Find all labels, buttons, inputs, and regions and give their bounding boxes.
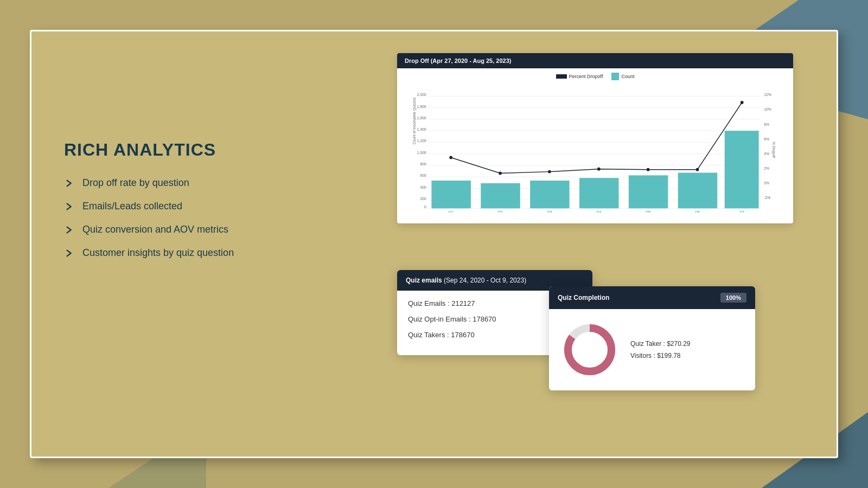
bar-q5 (629, 175, 668, 208)
line-dot-q3 (548, 170, 551, 174)
bar-q6 (678, 173, 718, 209)
svg-text:200: 200 (420, 197, 426, 201)
svg-text:% Dropoff: % Dropoff (771, 142, 776, 158)
svg-text:1,800: 1,800 (417, 105, 426, 108)
left-panel: RICH ANALYTICS Drop off rate by question… (64, 140, 314, 259)
svg-text:2%: 2% (764, 166, 769, 170)
svg-text:400: 400 (420, 185, 426, 189)
legend-count: Count (611, 73, 634, 80)
slide-card: RICH ANALYTICS Drop off rate by question… (30, 30, 838, 458)
dropoff-chart: Drop Off (Apr 27, 2020 - Aug 25, 2023) P… (397, 53, 793, 223)
svg-text:2,000: 2,000 (417, 93, 426, 97)
chevron-icon (64, 201, 75, 212)
chevron-icon (64, 248, 75, 259)
chart-header: Drop Off (Apr 27, 2020 - Aug 25, 2023) (397, 53, 793, 68)
quiz-emails-date: (Sep 24, 2020 - Oct 9, 2023) (442, 277, 526, 284)
legend-dark-swatch (556, 74, 567, 79)
svg-text:-2%: -2% (764, 196, 770, 200)
svg-text:Q1: Q1 (449, 210, 454, 213)
svg-text:0: 0 (424, 205, 426, 209)
svg-text:4%: 4% (764, 152, 769, 156)
chart-legend: Percent Dropoff Count (397, 68, 793, 82)
svg-text:1,000: 1,000 (417, 151, 426, 155)
svg-text:Q4: Q4 (596, 210, 601, 213)
svg-text:1,200: 1,200 (417, 139, 426, 143)
bullet-list: Drop off rate by question Emails/Leads c… (64, 177, 314, 259)
svg-text:Count of Incomplete Quizzes: Count of Incomplete Quizzes (412, 97, 417, 144)
bar-q2 (481, 183, 520, 208)
quiz-completion-header: Quiz Completion 100% (549, 286, 755, 309)
svg-text:Q7: Q7 (739, 210, 744, 213)
bullet-text-3: Quiz conversion and AOV metrics (82, 224, 228, 235)
chart-body: 2,000 1,800 1,600 1,400 1,200 1,000 800 … (397, 82, 793, 223)
svg-text:0%: 0% (764, 181, 769, 185)
svg-text:6%: 6% (764, 137, 769, 141)
svg-text:Q6: Q6 (695, 210, 700, 213)
donut-chart (560, 320, 620, 380)
quiz-completion-title: Quiz Completion (558, 294, 609, 301)
line-dot-q5 (647, 168, 650, 171)
svg-text:10%: 10% (764, 107, 771, 111)
completion-stat-1: Quiz Taker : $270.29 (630, 340, 691, 348)
bar-q7 (725, 131, 759, 208)
svg-text:8%: 8% (764, 123, 769, 126)
list-item: Emails/Leads collected (64, 201, 314, 212)
completion-stats: Quiz Taker : $270.29 Visitors : $199.78 (630, 340, 691, 359)
svg-text:1,400: 1,400 (417, 127, 426, 131)
legend-teal-swatch (611, 73, 619, 80)
svg-text:1,600: 1,600 (417, 116, 426, 120)
legend-dark-label: Percent Dropoff (569, 74, 603, 79)
bullet-text-1: Drop off rate by question (82, 177, 189, 189)
line-dot-q2 (499, 172, 502, 175)
svg-text:12%: 12% (764, 93, 771, 97)
line-dot-q4 (597, 168, 601, 171)
chart-svg: 2,000 1,800 1,600 1,400 1,200 1,000 800 … (406, 87, 784, 213)
svg-text:Q3: Q3 (547, 210, 552, 213)
chevron-icon (64, 178, 75, 189)
line-dot-q7 (741, 101, 744, 104)
analytics-title: RICH ANALYTICS (64, 140, 314, 160)
svg-text:Q2: Q2 (498, 210, 503, 213)
bar-q1 (431, 181, 471, 208)
bar-q3 (530, 181, 570, 208)
list-item: Customer insights by quiz question (64, 247, 314, 259)
legend-percent-dropoff: Percent Dropoff (556, 74, 603, 79)
bullet-text-2: Emails/Leads collected (82, 201, 182, 212)
line-dot-q1 (449, 156, 452, 159)
dropoff-line (451, 102, 742, 174)
quiz-emails-bold: Quiz emails (406, 277, 442, 284)
completion-badge: 100% (720, 293, 746, 303)
bullet-text-4: Customer insights by quiz question (82, 247, 234, 259)
completion-stat-2: Visitors : $199.78 (630, 352, 691, 359)
quiz-completion-body: Quiz Taker : $270.29 Visitors : $199.78 (549, 309, 755, 390)
svg-text:600: 600 (420, 174, 426, 177)
list-item: Quiz conversion and AOV metrics (64, 224, 314, 235)
line-dot-q6 (696, 168, 699, 171)
quiz-completion-panel: Quiz Completion 100% Quiz Taker : $270.2… (549, 286, 755, 390)
bar-q4 (579, 178, 619, 208)
svg-text:800: 800 (420, 162, 426, 166)
list-item: Drop off rate by question (64, 177, 314, 189)
svg-text:Q5: Q5 (646, 210, 650, 213)
legend-teal-label: Count (621, 74, 634, 79)
chevron-icon (64, 224, 75, 235)
dashboard-area: Drop Off (Apr 27, 2020 - Aug 25, 2023) P… (397, 53, 820, 223)
